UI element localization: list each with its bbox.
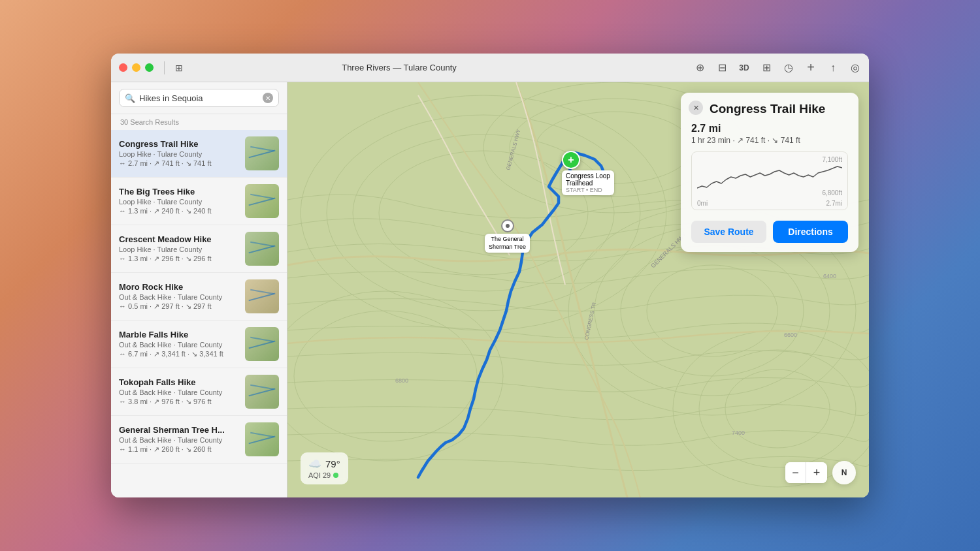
svg-text:7400: 7400 [732, 430, 745, 436]
sidebar: 🔍 ✕ 30 Search Results Congress Trail Hik… [111, 82, 287, 497]
svg-text:6600: 6600 [784, 332, 797, 338]
trail-type: Loop Hike · Tulare County [119, 245, 238, 253]
svg-text:6400: 6400 [823, 273, 836, 279]
thumb-line-2 [250, 289, 274, 294]
detail-stats: 2.7 mi 1 hr 23 min · ↗ 741 ft · ↘ 741 ft [681, 123, 858, 151]
thumb-line-2 [250, 242, 274, 247]
trail-name: Tokopah Falls Hike [119, 377, 238, 387]
trail-thumbnail [245, 232, 279, 266]
map-view-icon[interactable]: ⊟ [716, 62, 728, 74]
trail-thumb [245, 375, 279, 409]
trail-item[interactable]: General Sherman Tree H... Out & Back Hik… [111, 416, 287, 464]
add-icon[interactable]: + [805, 62, 817, 74]
trail-thumb [245, 232, 279, 266]
marker-label: Congress Loop Trailhead START • END [562, 170, 614, 195]
detail-time-gain: 1 hr 23 min · ↗ 741 ft · ↘ 741 ft [691, 136, 800, 145]
trail-stats: ↔ 6.7 mi · ↗ 3,341 ft · ↘ 3,341 ft [119, 350, 238, 358]
thumb-line-2 [250, 194, 274, 199]
search-icon: 🔍 [125, 93, 135, 103]
trail-type: Loop Hike · Tulare County [119, 198, 238, 206]
trail-stats: ↔ 1.1 mi · ↗ 260 ft · ↘ 260 ft [119, 445, 238, 454]
trail-thumb [245, 279, 279, 313]
trail-type: Out & Back Hike · Tulare County [119, 341, 238, 349]
chart-elevation-high: 7,100ft [822, 156, 842, 163]
trail-stats: ↔ 3.8 mi · ↗ 976 ft · ↘ 976 ft [119, 398, 238, 406]
window-title: Three Rivers — Tulare County [191, 63, 608, 72]
zoom-out-button[interactable]: − [785, 462, 806, 483]
zoom-controls: − + [785, 462, 827, 483]
trail-info: General Sherman Tree H... Out & Back Hik… [119, 425, 238, 454]
trail-stats: ↔ 2.7 mi · ↗ 741 ft · ↘ 741 ft [119, 159, 238, 168]
svg-text:6800: 6800 [395, 377, 408, 384]
trail-name: The Big Trees Hike [119, 187, 238, 197]
zoom-in-button[interactable]: + [806, 462, 827, 483]
maximize-button[interactable] [145, 63, 154, 72]
trail-list: Congress Trail Hike Loop Hike · Tulare C… [111, 130, 287, 497]
search-clear-button[interactable]: ✕ [263, 93, 273, 103]
trail-stats: ↔ 1.3 mi · ↗ 296 ft · ↘ 296 ft [119, 255, 238, 263]
search-wrapper[interactable]: 🔍 ✕ [119, 89, 279, 107]
trail-item[interactable]: Crescent Meadow Hike Loop Hike · Tulare … [111, 225, 287, 273]
trail-info: Crescent Meadow Hike Loop Hike · Tulare … [119, 234, 238, 263]
marker-pin[interactable] [562, 151, 580, 169]
thumb-line-2 [250, 337, 274, 342]
sherman-dot [501, 219, 514, 232]
elevation-chart: 7,100ft 6,800ft 0mi 2.7mi [691, 151, 848, 210]
aqi-label: AQI 29 [308, 471, 331, 479]
map-area: GENERALS HWY GENERALS HWY CONGRESS TR 64… [287, 82, 869, 497]
trailhead-marker: Congress Loop Trailhead START • END [562, 151, 614, 195]
minimize-button[interactable] [132, 63, 140, 72]
sherman-label: The GeneralSherman Tree [485, 234, 530, 253]
trail-item[interactable]: Tokopah Falls Hike Out & Back Hike · Tul… [111, 368, 287, 416]
search-input[interactable] [139, 93, 259, 103]
trail-stats: ↔ 0.5 mi · ↗ 297 ft · ↘ 297 ft [119, 302, 238, 311]
compass[interactable]: N [832, 461, 856, 484]
trail-thumbnail [245, 136, 279, 170]
map-icon: ⊞ [175, 63, 183, 73]
share-icon[interactable]: ↑ [827, 62, 839, 74]
trail-thumb [245, 422, 279, 456]
chart-dist-end: 2.7mi [826, 200, 842, 207]
app-window: ⊞ Three Rivers — Tulare County ⊕ ⊟ 3D ⊞ … [111, 54, 869, 497]
trail-thumbnail [245, 279, 279, 313]
detail-close-button[interactable]: ✕ [689, 101, 703, 115]
trail-item[interactable]: Congress Trail Hike Loop Hike · Tulare C… [111, 130, 287, 178]
location-icon[interactable]: ⊕ [694, 62, 706, 74]
marker-text-2: Trailhead [566, 180, 610, 187]
trail-type: Loop Hike · Tulare County [119, 150, 238, 158]
trail-thumb [245, 184, 279, 218]
map-controls: − + N [785, 461, 856, 484]
weather-widget: ☁️ 79° AQI 29 [301, 452, 348, 484]
trail-item[interactable]: Marble Falls Hike Out & Back Hike · Tula… [111, 321, 287, 368]
trail-name: General Sherman Tree H... [119, 425, 238, 435]
chart-elevation-low: 6,800ft [822, 189, 842, 197]
trail-name: Crescent Meadow Hike [119, 234, 238, 244]
directions-button[interactable]: Directions [773, 221, 848, 243]
thumb-line-2 [250, 385, 274, 390]
trail-thumb [245, 136, 279, 170]
clock-icon[interactable]: ◷ [783, 62, 794, 74]
trail-thumb [245, 327, 279, 361]
aqi-dot [333, 473, 338, 478]
trail-stats: ↔ 1.3 mi · ↗ 240 ft · ↘ 240 ft [119, 207, 238, 215]
marker-start-end: START • END [566, 187, 610, 193]
trail-item[interactable]: The Big Trees Hike Loop Hike · Tulare Co… [111, 178, 287, 225]
main-content: 🔍 ✕ 30 Search Results Congress Trail Hik… [111, 82, 869, 497]
thumb-line-2 [250, 146, 274, 151]
trail-type: Out & Back Hike · Tulare County [119, 388, 238, 396]
close-button[interactable] [119, 63, 127, 72]
trail-item[interactable]: Moro Rock Hike Out & Back Hike · Tulare … [111, 273, 287, 321]
title-divider [164, 61, 165, 74]
trail-info: Congress Trail Hike Loop Hike · Tulare C… [119, 139, 238, 168]
3d-label[interactable]: 3D [738, 62, 750, 74]
trail-thumbnail [245, 327, 279, 361]
title-bar: ⊞ Three Rivers — Tulare County ⊕ ⊟ 3D ⊞ … [111, 54, 869, 82]
trail-info: Tokopah Falls Hike Out & Back Hike · Tul… [119, 377, 238, 406]
temperature: 79° [325, 458, 340, 469]
account-icon[interactable]: ◎ [849, 62, 861, 74]
save-route-button[interactable]: Save Route [691, 221, 766, 243]
trail-type: Out & Back Hike · Tulare County [119, 293, 238, 301]
binoculars-icon[interactable]: ⊞ [760, 62, 772, 74]
chart-dist-start: 0mi [697, 200, 708, 207]
sherman-marker: The GeneralSherman Tree [485, 219, 530, 253]
